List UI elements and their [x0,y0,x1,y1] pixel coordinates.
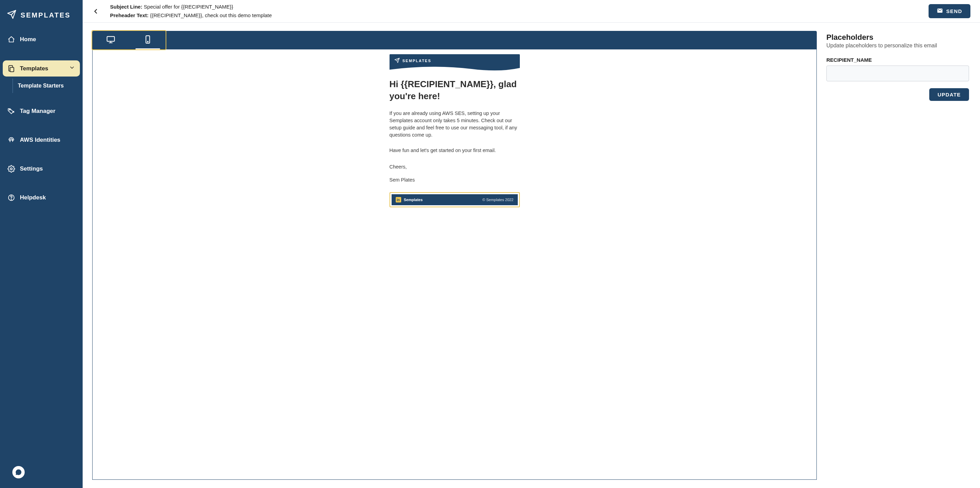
tag-icon [8,107,15,115]
mail-icon [937,8,943,15]
send-button[interactable]: SEND [929,4,970,18]
email-paragraph-2: Have fun and let's get started on your f… [390,147,520,154]
main: Subject Line: Special offer for {{RECIPI… [83,0,980,488]
chevron-down-icon [69,64,75,72]
header-info: Subject Line: Special offer for {{RECIPI… [110,3,272,19]
svg-point-2 [10,168,12,170]
preview-column: SEMPLATES Hi {{RECIPIENT_NAME}}, glad yo… [92,31,817,480]
sidebar-item-label: Home [20,36,36,43]
topbar: Subject Line: Special offer for {{RECIPI… [83,0,980,23]
tab-desktop[interactable] [92,31,129,49]
mobile-icon [143,35,152,45]
update-button-label: UPDATE [937,92,961,97]
device-tabs-wrap [92,31,817,49]
linkedin-icon: in [396,197,401,203]
svg-point-4 [11,199,11,199]
sidebar-item-settings[interactable]: Settings [3,161,80,177]
sidebar-sub-template-starters[interactable]: Template Starters [18,81,80,90]
panel-title: Placeholders [826,33,969,42]
sidebar-item-label: Helpdesk [20,194,46,201]
wave-divider [390,66,520,72]
email-footer-left: Semplates [404,198,423,202]
device-tabs [92,31,817,49]
sidebar-sub: Template Starters [12,78,80,93]
update-button[interactable]: UPDATE [929,88,969,101]
send-button-label: SEND [947,8,962,14]
brand-text: SEMPLATES [21,11,71,19]
gear-icon [8,165,15,172]
sidebar-item-tag-manager[interactable]: Tag Manager [3,103,80,119]
email-frame: SEMPLATES Hi {{RECIPIENT_NAME}}, glad yo… [92,49,817,480]
chat-widget[interactable] [12,466,25,478]
paper-plane-icon [7,10,16,21]
email-brand: SEMPLATES [395,57,515,64]
svg-point-7 [148,41,148,42]
fingerprint-icon [8,136,15,144]
preheader-value: {{RECIPIENT_NAME}}, check out this demo … [150,12,272,18]
sidebar: SEMPLATES Home Templates Template Starte… [0,0,83,488]
panel-subtitle: Update placeholders to personalize this … [826,43,969,49]
sidebar-item-label: AWS Identities [20,137,60,144]
sidebar-item-label: Templates [20,65,48,72]
sidebar-sub-label: Template Starters [18,83,64,89]
highlight-box-footer: in Semplates © Semplates 2022 [390,192,520,207]
sidebar-item-helpdesk[interactable]: Helpdesk [3,190,80,206]
home-icon [8,36,15,43]
sidebar-item-home[interactable]: Home [3,32,80,47]
help-icon [8,194,15,201]
recipient-name-input[interactable] [826,65,969,81]
email-brand-text: SEMPLATES [402,59,431,63]
email-paragraph-1: If you are already using AWS SES, settin… [390,110,520,139]
email-header: SEMPLATES [390,54,520,72]
nav: Home Templates Template Starters Tag Man… [0,32,83,206]
subject-label: Subject Line: [110,4,144,10]
brand: SEMPLATES [0,0,83,32]
preheader-label: Preheader Text: [110,12,150,18]
email-heading: Hi {{RECIPIENT_NAME}}, glad you're here! [390,78,520,102]
tab-mobile[interactable] [129,31,166,49]
sidebar-item-label: Tag Manager [20,108,56,115]
sidebar-item-label: Settings [20,166,43,172]
email-signature: Cheers, Sem Plates [390,162,520,185]
email-footer-right: © Semplates 2022 [482,198,514,202]
svg-point-1 [9,109,10,110]
paper-plane-icon [395,57,400,64]
copy-icon [8,65,15,72]
field-label-recipient-name: RECIPIENT_NAME [826,57,969,63]
back-button[interactable] [89,5,102,18]
placeholders-panel: Placeholders Update placeholders to pers… [826,31,970,480]
email-body: Hi {{RECIPIENT_NAME}}, glad you're here!… [390,72,520,192]
svg-rect-0 [10,67,14,72]
email-card: SEMPLATES Hi {{RECIPIENT_NAME}}, glad yo… [390,54,520,469]
sidebar-item-templates[interactable]: Templates [3,61,80,77]
subject-value: Special offer for {{RECIPIENT_NAME}} [144,4,233,10]
email-sign-name: Sem Plates [390,175,520,185]
desktop-icon [106,35,115,45]
svg-rect-5 [107,37,115,41]
email-footer: in Semplates © Semplates 2022 [391,194,518,205]
content: SEMPLATES Hi {{RECIPIENT_NAME}}, glad yo… [83,23,980,488]
email-cheers: Cheers, [390,162,520,172]
sidebar-item-aws-identities[interactable]: AWS Identities [3,132,80,148]
